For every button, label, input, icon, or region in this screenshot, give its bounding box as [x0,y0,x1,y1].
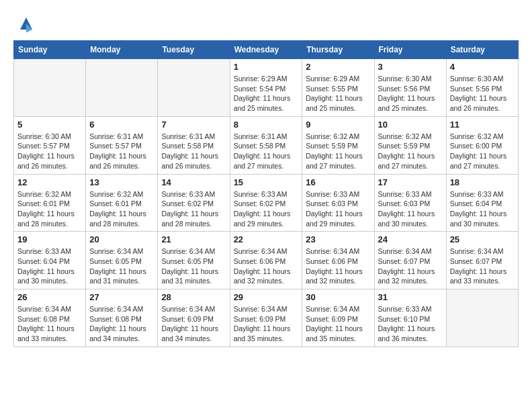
day-number: 4 [450,62,515,72]
day-info: Sunrise: 6:34 AMSunset: 6:06 PMDaylight:… [234,246,299,286]
week-row-5: 26Sunrise: 6:34 AMSunset: 6:08 PMDayligh… [14,289,519,347]
day-number: 11 [450,120,515,130]
calendar-cell: 28Sunrise: 6:34 AMSunset: 6:09 PMDayligh… [158,289,230,347]
day-number: 13 [89,177,154,187]
calendar-cell [446,289,518,347]
day-number: 9 [306,120,370,130]
day-number: 10 [378,120,443,130]
day-info: Sunrise: 6:32 AMSunset: 6:01 PMDaylight:… [89,189,154,229]
day-info: Sunrise: 6:33 AMSunset: 6:03 PMDaylight:… [378,189,443,229]
day-info: Sunrise: 6:34 AMSunset: 6:07 PMDaylight:… [450,246,515,286]
calendar-cell: 24Sunrise: 6:34 AMSunset: 6:07 PMDayligh… [374,232,446,289]
page-header [13,13,519,34]
day-info: Sunrise: 6:29 AMSunset: 5:54 PMDaylight:… [234,74,299,113]
day-number: 12 [17,177,82,187]
calendar-cell: 29Sunrise: 6:34 AMSunset: 6:09 PMDayligh… [230,289,302,347]
day-info: Sunrise: 6:34 AMSunset: 6:07 PMDaylight:… [378,246,443,286]
calendar-cell: 12Sunrise: 6:32 AMSunset: 6:01 PMDayligh… [14,174,86,232]
day-number: 23 [306,234,370,244]
calendar-cell: 9Sunrise: 6:32 AMSunset: 5:59 PMDaylight… [302,116,374,174]
day-number: 3 [378,62,443,72]
day-number: 15 [234,177,299,187]
calendar-cell: 20Sunrise: 6:34 AMSunset: 6:05 PMDayligh… [86,232,158,289]
week-row-2: 5Sunrise: 6:30 AMSunset: 5:57 PMDaylight… [14,116,519,174]
week-row-4: 19Sunrise: 6:33 AMSunset: 6:04 PMDayligh… [14,232,519,289]
day-number: 5 [17,120,82,130]
calendar-cell: 5Sunrise: 6:30 AMSunset: 5:57 PMDaylight… [14,116,86,174]
day-number: 30 [306,292,370,302]
day-info: Sunrise: 6:31 AMSunset: 5:57 PMDaylight:… [89,132,154,171]
day-number: 20 [89,234,154,244]
day-number: 8 [234,120,299,130]
day-number: 28 [161,292,226,302]
day-info: Sunrise: 6:33 AMSunset: 6:03 PMDaylight:… [306,189,370,229]
day-number: 29 [234,292,299,302]
calendar-cell: 30Sunrise: 6:34 AMSunset: 6:09 PMDayligh… [302,289,374,347]
day-header-wednesday: Wednesday [230,41,302,59]
calendar-header-row: SundayMondayTuesdayWednesdayThursdayFrid… [14,41,519,59]
calendar-cell: 14Sunrise: 6:33 AMSunset: 6:02 PMDayligh… [158,174,230,232]
day-info: Sunrise: 6:32 AMSunset: 6:01 PMDaylight:… [17,189,82,229]
calendar-cell: 13Sunrise: 6:32 AMSunset: 6:01 PMDayligh… [86,174,158,232]
calendar-cell: 18Sunrise: 6:33 AMSunset: 6:04 PMDayligh… [446,174,518,232]
day-number: 6 [89,120,154,130]
day-number: 16 [306,177,370,187]
week-row-3: 12Sunrise: 6:32 AMSunset: 6:01 PMDayligh… [14,174,519,232]
calendar-cell: 25Sunrise: 6:34 AMSunset: 6:07 PMDayligh… [446,232,518,289]
day-info: Sunrise: 6:30 AMSunset: 5:56 PMDaylight:… [378,74,443,113]
day-info: Sunrise: 6:32 AMSunset: 6:00 PMDaylight:… [450,132,515,171]
calendar-cell: 17Sunrise: 6:33 AMSunset: 6:03 PMDayligh… [374,174,446,232]
calendar-cell: 19Sunrise: 6:33 AMSunset: 6:04 PMDayligh… [14,232,86,289]
day-header-monday: Monday [86,41,158,59]
calendar-cell: 16Sunrise: 6:33 AMSunset: 6:03 PMDayligh… [302,174,374,232]
day-header-friday: Friday [374,41,446,59]
day-info: Sunrise: 6:33 AMSunset: 6:02 PMDaylight:… [234,189,299,229]
day-number: 26 [17,292,82,302]
calendar-cell: 23Sunrise: 6:34 AMSunset: 6:06 PMDayligh… [302,232,374,289]
day-info: Sunrise: 6:34 AMSunset: 6:06 PMDaylight:… [306,246,370,286]
calendar-cell: 3Sunrise: 6:30 AMSunset: 5:56 PMDaylight… [374,59,446,117]
day-info: Sunrise: 6:32 AMSunset: 5:59 PMDaylight:… [306,132,370,171]
calendar-cell: 2Sunrise: 6:29 AMSunset: 5:55 PMDaylight… [302,59,374,117]
day-info: Sunrise: 6:30 AMSunset: 5:56 PMDaylight:… [450,74,515,113]
day-info: Sunrise: 6:34 AMSunset: 6:09 PMDaylight:… [161,304,226,344]
calendar-cell: 1Sunrise: 6:29 AMSunset: 5:54 PMDaylight… [230,59,302,117]
day-info: Sunrise: 6:34 AMSunset: 6:09 PMDaylight:… [234,304,299,344]
day-number: 21 [161,234,226,244]
calendar-cell: 10Sunrise: 6:32 AMSunset: 5:59 PMDayligh… [374,116,446,174]
calendar-cell: 4Sunrise: 6:30 AMSunset: 5:56 PMDaylight… [446,59,518,117]
day-info: Sunrise: 6:29 AMSunset: 5:55 PMDaylight:… [306,74,370,113]
day-info: Sunrise: 6:34 AMSunset: 6:09 PMDaylight:… [306,304,370,344]
day-number: 27 [89,292,154,302]
calendar-cell [158,59,230,117]
week-row-1: 1Sunrise: 6:29 AMSunset: 5:54 PMDaylight… [14,59,519,117]
calendar-cell: 31Sunrise: 6:33 AMSunset: 6:10 PMDayligh… [374,289,446,347]
day-info: Sunrise: 6:34 AMSunset: 6:05 PMDaylight:… [161,246,226,286]
calendar-table: SundayMondayTuesdayWednesdayThursdayFrid… [13,40,519,347]
day-number: 1 [234,62,299,72]
day-header-thursday: Thursday [302,41,374,59]
day-number: 19 [17,234,82,244]
day-header-tuesday: Tuesday [158,41,230,59]
day-info: Sunrise: 6:33 AMSunset: 6:04 PMDaylight:… [17,246,82,286]
day-info: Sunrise: 6:33 AMSunset: 6:10 PMDaylight:… [378,304,443,344]
day-number: 14 [161,177,226,187]
day-number: 31 [378,292,443,302]
day-info: Sunrise: 6:34 AMSunset: 6:08 PMDaylight:… [89,304,154,344]
calendar-cell: 8Sunrise: 6:31 AMSunset: 5:58 PMDaylight… [230,116,302,174]
calendar-cell: 11Sunrise: 6:32 AMSunset: 6:00 PMDayligh… [446,116,518,174]
calendar-cell: 22Sunrise: 6:34 AMSunset: 6:06 PMDayligh… [230,232,302,289]
day-header-sunday: Sunday [14,41,86,59]
logo-icon [16,13,36,34]
logo [13,13,36,34]
day-info: Sunrise: 6:30 AMSunset: 5:57 PMDaylight:… [17,132,82,171]
day-info: Sunrise: 6:34 AMSunset: 6:08 PMDaylight:… [17,304,82,344]
day-number: 7 [161,120,226,130]
calendar-cell: 27Sunrise: 6:34 AMSunset: 6:08 PMDayligh… [86,289,158,347]
day-number: 17 [378,177,443,187]
calendar-cell: 15Sunrise: 6:33 AMSunset: 6:02 PMDayligh… [230,174,302,232]
calendar-cell [14,59,86,117]
day-number: 22 [234,234,299,244]
calendar-cell: 21Sunrise: 6:34 AMSunset: 6:05 PMDayligh… [158,232,230,289]
calendar-cell: 6Sunrise: 6:31 AMSunset: 5:57 PMDaylight… [86,116,158,174]
